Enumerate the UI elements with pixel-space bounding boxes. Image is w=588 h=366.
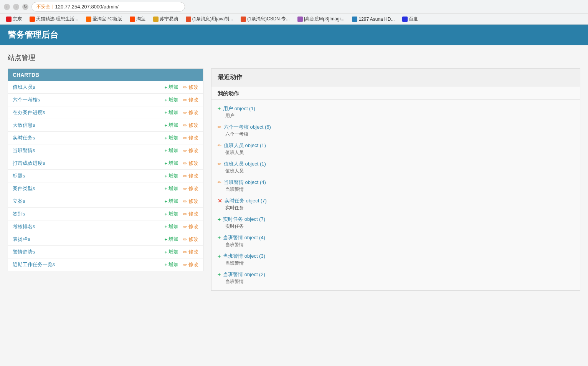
table-section: CHARTDB 值班人员s + 增加 ✏ 修改 六个一考核s + 增加 ✏ 修改 xyxy=(8,68,203,271)
my-actions-title: 我的动作 xyxy=(211,86,580,100)
add-button-10[interactable]: + 增加 xyxy=(164,210,178,217)
edit-button-5[interactable]: ✏ 修改 xyxy=(183,147,198,154)
row-actions-1: + 增加 ✏ 修改 xyxy=(164,96,198,103)
pencil-icon-2: ✏ xyxy=(183,110,187,116)
row-actions-12: + 增加 ✏ 修改 xyxy=(164,236,198,243)
add-button-2[interactable]: + 增加 xyxy=(164,109,178,116)
bookmark-high[interactable]: [高音质Mp3]Imagi... xyxy=(294,15,347,23)
bookmark-icon-ali xyxy=(86,17,91,22)
row-name-6: 打击成效进度s xyxy=(13,160,164,167)
recent-item[interactable]: ✏ 当班警情 object (4) 当班警情 xyxy=(211,177,580,195)
add-button-7[interactable]: + 增加 xyxy=(164,172,178,179)
pencil-icon-0: ✏ xyxy=(183,84,187,90)
table-header: CHARTDB xyxy=(8,69,203,81)
row-actions-6: + 增加 ✏ 修改 xyxy=(164,160,198,167)
bookmark-suning[interactable]: 苏宁易购 xyxy=(150,15,181,23)
recent-item[interactable]: + 当班警情 object (4) 当班警情 xyxy=(211,232,580,250)
add-button-0[interactable]: + 增加 xyxy=(164,84,178,91)
browser-bar: ← → ↻ 不安全 | 120.77.254.207:8000/admin/ xyxy=(0,0,588,14)
edit-icon: ✏ xyxy=(218,143,221,148)
recent-item[interactable]: + 实时任务 object (7) 实时任务 xyxy=(211,214,580,232)
recent-item[interactable]: ✏ 六个一考核 object (6) 六个一考核 xyxy=(211,121,580,140)
edit-button-11[interactable]: ✏ 修改 xyxy=(183,223,198,230)
edit-button-4[interactable]: ✏ 修改 xyxy=(183,134,198,141)
recent-item-top-6: + 实时任务 object (7) xyxy=(218,216,574,223)
back-button[interactable]: ← xyxy=(4,4,10,10)
bookmark-csdn2[interactable]: (1条消息)CSDN-专... xyxy=(238,15,293,23)
row-name-10: 签到s xyxy=(13,210,164,217)
bookmark-taobao[interactable]: 淘宝 xyxy=(127,15,149,23)
table-row: 警情趋势s + 增加 ✏ 修改 xyxy=(8,246,203,258)
add-button-9[interactable]: + 增加 xyxy=(164,198,178,205)
add-button-12[interactable]: + 增加 xyxy=(164,236,178,243)
row-name-8: 案件类型s xyxy=(13,185,164,192)
bookmark-jd[interactable]: 京东 xyxy=(3,15,25,23)
table-row: 六个一考核s + 增加 ✏ 修改 xyxy=(8,94,203,106)
edit-button-9[interactable]: ✏ 修改 xyxy=(183,198,198,205)
edit-button-14[interactable]: ✏ 修改 xyxy=(183,261,198,268)
recent-item[interactable]: ✏ 值班人员 object (1) 值班人员 xyxy=(211,140,580,158)
plus-icon-0: + xyxy=(164,84,167,90)
edit-button-12[interactable]: ✏ 修改 xyxy=(183,236,198,243)
add-button-8[interactable]: + 增加 xyxy=(164,185,178,192)
pencil-icon-6: ✏ xyxy=(183,161,187,166)
edit-button-3[interactable]: ✏ 修改 xyxy=(183,122,198,129)
recent-item[interactable]: ✏ 值班人员 object (1) 值班人员 xyxy=(211,158,580,177)
bookmark-icon-jd xyxy=(6,17,12,22)
add-button-6[interactable]: + 增加 xyxy=(164,160,178,167)
plus-icon-13: + xyxy=(164,249,167,255)
add-button-14[interactable]: + 增加 xyxy=(164,261,178,268)
recent-item-top-5: ✕ 实时任务 object (7) xyxy=(218,197,574,204)
edit-icon: ✏ xyxy=(218,180,221,185)
row-actions-0: + 增加 ✏ 修改 xyxy=(164,84,198,91)
plus-icon-6: + xyxy=(164,161,167,166)
edit-button-0[interactable]: ✏ 修改 xyxy=(183,84,198,91)
bookmark-icon-taobao xyxy=(130,17,135,22)
main-layout: CHARTDB 值班人员s + 增加 ✏ 修改 六个一考核s + 增加 ✏ 修改 xyxy=(8,68,580,291)
plus-icon-14: + xyxy=(164,262,167,268)
plus-icon-12: + xyxy=(164,237,167,242)
bookmark-asuna[interactable]: 1297 Asuna HD... xyxy=(349,16,398,23)
add-button-13[interactable]: + 增加 xyxy=(164,248,178,255)
refresh-button[interactable]: ↻ xyxy=(22,4,28,10)
add-icon: + xyxy=(218,272,221,278)
row-actions-9: + 增加 ✏ 修改 xyxy=(164,198,198,205)
add-button-3[interactable]: + 增加 xyxy=(164,122,178,129)
recent-item[interactable]: ✕ 实时任务 object (7) 实时任务 xyxy=(211,195,580,214)
row-actions-11: + 增加 ✏ 修改 xyxy=(164,223,198,230)
bookmark-ali[interactable]: 爱淘宝PC新版 xyxy=(83,15,125,23)
pencil-icon-5: ✏ xyxy=(183,148,187,154)
recent-item[interactable]: + 用户 object (1) 用户 xyxy=(211,103,580,121)
row-actions-7: + 增加 ✏ 修改 xyxy=(164,172,198,179)
bookmark-tmall[interactable]: 天猫精选-理想生活... xyxy=(26,15,81,23)
app-header: 警务管理后台 xyxy=(0,25,588,45)
plus-icon-4: + xyxy=(164,135,167,141)
plus-icon-3: + xyxy=(164,123,167,128)
pencil-icon-7: ✏ xyxy=(183,173,187,179)
edit-button-10[interactable]: ✏ 修改 xyxy=(183,210,198,217)
add-button-1[interactable]: + 增加 xyxy=(164,96,178,103)
add-button-5[interactable]: + 增加 xyxy=(164,147,178,154)
edit-button-7[interactable]: ✏ 修改 xyxy=(183,172,198,179)
edit-button-6[interactable]: ✏ 修改 xyxy=(183,160,198,167)
bookmark-csdn1[interactable]: (1条消息)用java制... xyxy=(183,15,236,23)
recent-obj-text-2: 值班人员 object (1) xyxy=(224,142,266,149)
row-name-0: 值班人员s xyxy=(13,84,164,91)
address-bar[interactable]: 不安全 | 120.77.254.207:8000/admin/ xyxy=(31,2,185,12)
bookmark-baidu[interactable]: 百度 xyxy=(399,15,421,23)
page-title: 站点管理 xyxy=(8,53,580,62)
pencil-icon-4: ✏ xyxy=(183,135,187,141)
forward-button[interactable]: → xyxy=(13,4,19,10)
edit-button-2[interactable]: ✏ 修改 xyxy=(183,109,198,116)
recent-item[interactable]: + 当班警情 object (3) 当班警情 xyxy=(211,250,580,269)
row-name-1: 六个一考核s xyxy=(13,96,164,103)
address-text: 120.77.254.207:8000/admin/ xyxy=(55,4,119,10)
recent-item[interactable]: + 当班警情 object (2) 当班警情 xyxy=(211,269,580,287)
edit-button-1[interactable]: ✏ 修改 xyxy=(183,96,198,103)
add-button-4[interactable]: + 增加 xyxy=(164,134,178,141)
recent-item-top-9: + 当班警情 object (2) xyxy=(218,271,574,278)
add-button-11[interactable]: + 增加 xyxy=(164,223,178,230)
row-actions-2: + 增加 ✏ 修改 xyxy=(164,109,198,116)
edit-button-8[interactable]: ✏ 修改 xyxy=(183,185,198,192)
edit-button-13[interactable]: ✏ 修改 xyxy=(183,248,198,255)
